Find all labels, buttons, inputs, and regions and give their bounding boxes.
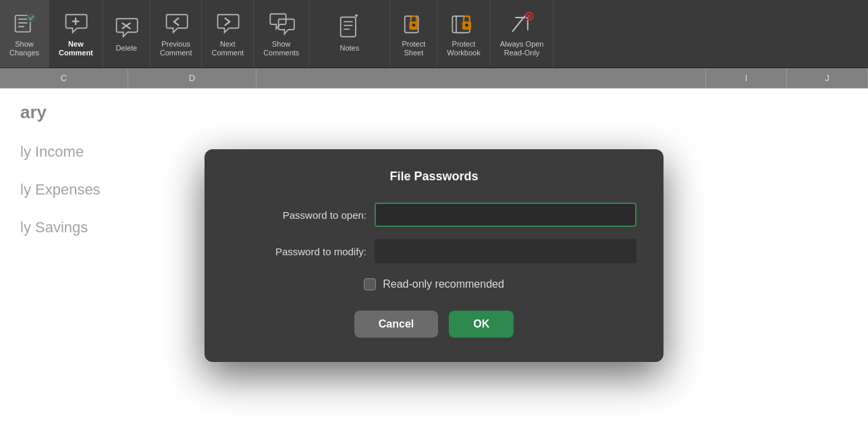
readonly-checkbox[interactable]	[364, 278, 376, 290]
delete-icon	[113, 14, 140, 41]
toolbar-item-notes[interactable]: Notes	[309, 0, 390, 68]
previous-comment-icon	[163, 10, 190, 37]
toolbar-item-always-open[interactable]: Always OpenRead-Only	[491, 0, 554, 68]
toolbar-item-protect-sheet[interactable]: ProtectSheet	[390, 0, 437, 68]
password-open-input[interactable]	[375, 203, 636, 227]
toolbar: Show Changes NewComment Delete	[0, 0, 868, 68]
dialog-button-row: Cancel OK	[232, 311, 636, 338]
toolbar-item-delete[interactable]: Delete	[103, 0, 151, 68]
show-changes-icon	[11, 10, 38, 37]
protect-sheet-icon	[400, 10, 427, 37]
toolbar-item-show-changes[interactable]: Show Changes	[0, 0, 49, 68]
svg-rect-9	[341, 18, 356, 37]
always-open-icon	[508, 10, 535, 37]
toolbar-item-previous-comment[interactable]: PreviousComment	[151, 0, 202, 68]
readonly-label: Read-only recommended	[383, 278, 504, 290]
toolbar-item-next-comment[interactable]: NextComment	[202, 0, 254, 68]
new-comment-icon	[62, 10, 89, 37]
show-comments-icon	[268, 10, 295, 37]
ok-button[interactable]: OK	[449, 311, 514, 338]
notes-icon	[336, 14, 363, 41]
new-comment-label: NewComment	[59, 40, 93, 57]
delete-label: Delete	[115, 44, 137, 53]
protect-sheet-label: ProtectSheet	[402, 40, 425, 57]
protect-workbook-label: ProtectWorkbook	[447, 40, 480, 57]
dialog-title: File Passwords	[232, 170, 636, 184]
toolbar-item-protect-workbook[interactable]: ProtectWorkbook	[437, 0, 490, 68]
svg-point-21	[465, 24, 468, 26]
protect-workbook-icon	[450, 10, 477, 37]
password-modify-label: Password to modify:	[232, 246, 367, 257]
show-comments-label: ShowComments	[263, 40, 299, 57]
notes-label: Notes	[340, 44, 359, 53]
toolbar-item-show-comments[interactable]: ShowComments	[254, 0, 309, 68]
always-open-label: Always OpenRead-Only	[500, 40, 544, 57]
password-open-label: Password to open:	[232, 209, 367, 221]
readonly-checkbox-row: Read-only recommended	[232, 278, 636, 290]
password-modify-row: Password to modify:	[232, 239, 636, 263]
modal-backdrop: File Passwords Password to open: Passwor…	[0, 68, 868, 443]
toolbar-item-new-comment[interactable]: NewComment	[49, 0, 103, 68]
next-comment-icon	[214, 10, 241, 37]
previous-comment-label: PreviousComment	[160, 40, 192, 57]
password-modify-input[interactable]	[375, 239, 636, 263]
next-comment-label: NextComment	[211, 40, 244, 57]
password-open-row: Password to open:	[232, 203, 636, 227]
svg-point-17	[412, 24, 415, 26]
svg-point-4	[26, 13, 35, 22]
file-passwords-dialog: File Passwords Password to open: Passwor…	[205, 149, 663, 362]
show-changes-label: Show Changes	[9, 40, 39, 57]
spreadsheet-area: C D I J ary ly Income ly Expenses ly Sav…	[0, 68, 868, 443]
cancel-button[interactable]: Cancel	[354, 311, 438, 338]
